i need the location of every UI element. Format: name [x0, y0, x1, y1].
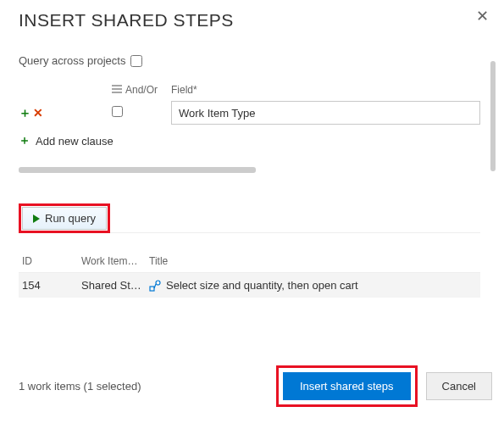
- horizontal-scrollbar[interactable]: [19, 167, 256, 173]
- query-across-projects[interactable]: Query across projects: [19, 54, 480, 67]
- col-type[interactable]: Work Item…: [81, 255, 149, 267]
- add-new-clause-label: Add new clause: [36, 135, 114, 148]
- query-across-projects-label: Query across projects: [19, 54, 125, 67]
- dialog-footer: 1 work items (1 selected) Insert shared …: [19, 365, 492, 407]
- cell-title: Select size and quantity, then open cart: [166, 279, 358, 292]
- vertical-scrollbar[interactable]: [490, 61, 496, 171]
- cell-id: 154: [22, 279, 81, 292]
- insert-shared-steps-button[interactable]: Insert shared steps: [283, 372, 411, 400]
- results-header: ID Work Item… Title: [19, 250, 480, 273]
- highlight-annotation: Insert shared steps: [276, 365, 418, 407]
- query-builder-area: Query across projects And/Or Field* ＋ ✕: [19, 54, 504, 298]
- query-across-projects-checkbox[interactable]: [130, 55, 142, 67]
- andor-header: And/Or: [125, 84, 158, 96]
- table-row[interactable]: 154 Shared St… Select size and quantity,…: [19, 273, 480, 298]
- col-title[interactable]: Title: [149, 255, 477, 267]
- field-input[interactable]: [171, 101, 480, 125]
- add-new-clause-button[interactable]: ＋ Add new clause: [19, 133, 480, 148]
- results-table: ID Work Item… Title 154 Shared St… Selec…: [19, 250, 480, 298]
- play-icon: [33, 214, 40, 223]
- list-icon: [112, 84, 122, 96]
- add-clause-icon[interactable]: ＋: [19, 105, 31, 121]
- highlight-annotation: Run query: [19, 203, 110, 233]
- query-headers: And/Or Field*: [19, 84, 480, 98]
- insert-shared-steps-dialog: ✕ INSERT SHARED STEPS Query across proje…: [0, 0, 504, 429]
- cell-type: Shared St…: [81, 279, 149, 292]
- plus-icon: ＋: [19, 133, 30, 148]
- close-icon[interactable]: ✕: [476, 8, 489, 24]
- field-header: Field*: [171, 84, 480, 96]
- col-id[interactable]: ID: [22, 255, 81, 267]
- run-query-label: Run query: [45, 212, 96, 225]
- andor-checkbox[interactable]: [112, 106, 123, 117]
- run-query-button[interactable]: Run query: [22, 207, 107, 230]
- remove-clause-icon[interactable]: ✕: [33, 106, 43, 120]
- svg-point-1: [156, 281, 160, 285]
- dialog-title: INSERT SHARED STEPS: [19, 10, 504, 31]
- cancel-button[interactable]: Cancel: [426, 372, 492, 400]
- svg-rect-0: [150, 287, 154, 291]
- selection-status: 1 work items (1 selected): [19, 380, 141, 393]
- shared-steps-icon: [149, 280, 161, 292]
- query-clause-row: ＋ ✕: [19, 101, 480, 125]
